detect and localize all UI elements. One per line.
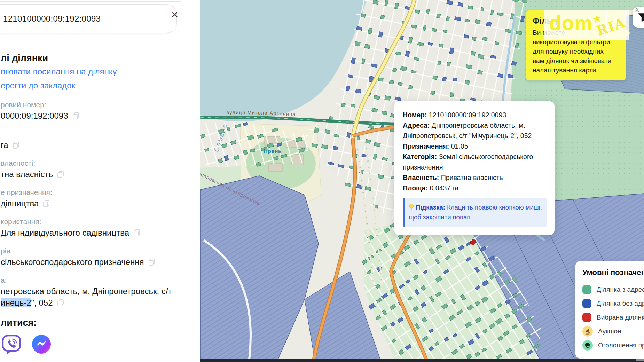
viber-icon[interactable] (1, 334, 22, 355)
field-area: : га (1, 129, 194, 151)
filter-tooltip-close-icon[interactable]: x (635, 6, 639, 13)
copy-icon[interactable] (56, 299, 65, 307)
selected-text: инець-2 (1, 298, 31, 307)
parcel-info-popup: Номер: 1210100000:09:192:0093 Адреса: Дн… (394, 101, 555, 235)
copy-parcel-link[interactable]: піювати посилання на ділянку (1, 65, 194, 79)
copy-icon[interactable] (72, 112, 80, 120)
copy-icon[interactable] (42, 199, 50, 208)
field-cadastral-number: ровий номер: 0000:09:192:0093 (1, 100, 194, 121)
save-bookmark-link[interactable]: ерегти до закладок (1, 79, 194, 93)
search-input[interactable]: 1210100000:09:192:0093 (0, 14, 176, 24)
blue-swatch (582, 299, 591, 308)
red-swatch (582, 313, 591, 322)
gavel-icon (584, 328, 591, 335)
field-purpose: е призначення: дівництва (1, 187, 194, 209)
search-clear-icon[interactable]: × (167, 7, 182, 22)
legend-item-with-address: Ділянка з адресою (582, 283, 644, 297)
copy-icon[interactable] (133, 229, 141, 237)
legend-item-no-address: Ділянка без адреси (582, 297, 644, 310)
copy-icon[interactable] (12, 141, 20, 149)
green-swatch (582, 285, 591, 294)
legend-item-selected: Вибрана ділянка (582, 310, 644, 324)
sidebar-panel: 1210100000:09:192:0093 × лі ділянки піюв… (0, 0, 200, 362)
legend-item-sale: ₴ Оголошення про продаж (582, 338, 644, 352)
divider (0, 1, 181, 2)
messenger-icon[interactable] (31, 334, 52, 355)
field-category: рія: сільськогосподарського призначення (1, 246, 194, 268)
map-legend: Умовні позначення Ділянка з адресою Діля… (575, 261, 644, 359)
field-address: а: петровська область, м. Дніпропетровсь… (1, 275, 194, 308)
place-label-ihren: Ігрень (264, 148, 282, 154)
field-usage: користання: Для індивідуального садівниц… (1, 217, 194, 238)
cadastral-map-app: Самара (0, 0, 644, 362)
bulb-icon (409, 203, 414, 210)
field-ownership: власності: тна власність (1, 158, 194, 180)
share-title: литися: (1, 316, 194, 330)
hryvnia-icon: ₴ (585, 341, 590, 349)
search-box[interactable]: 1210100000:09:192:0093 (0, 4, 177, 33)
popup-hint: Підказка: Клацніть правою кнопкою миші, … (403, 198, 547, 227)
bottom-bar (200, 359, 644, 362)
parcel-panel-title: лі ділянки (1, 52, 194, 65)
watermark: dom ★ RIA (544, 10, 629, 40)
legend-item-auction: Аукціон (582, 324, 644, 338)
copy-icon[interactable] (56, 170, 65, 179)
legend-title: Умовні позначення (582, 268, 644, 277)
copy-icon[interactable] (148, 258, 156, 266)
